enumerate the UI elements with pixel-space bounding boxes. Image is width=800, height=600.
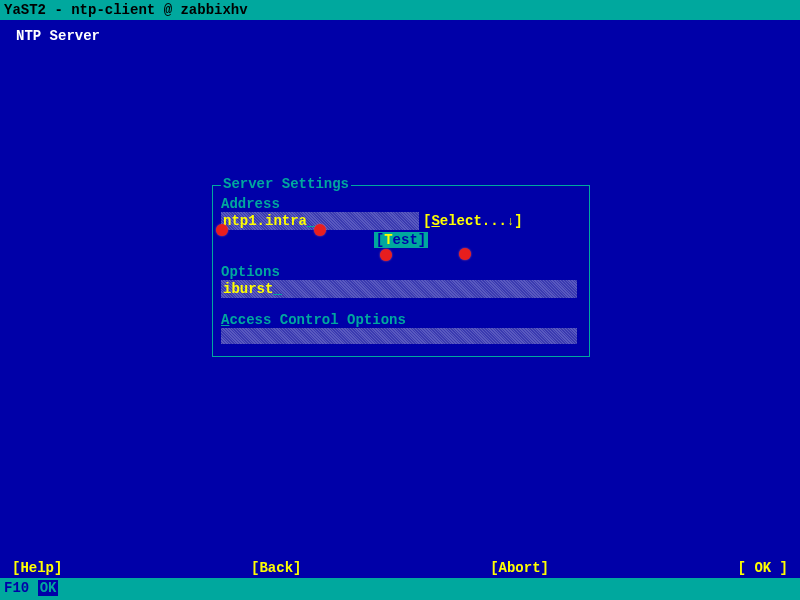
ok-button[interactable]: [ OK ]: [738, 558, 788, 578]
page-title: NTP Server: [0, 20, 800, 52]
bottom-button-bar: [Help] [Back] [Abort] [ OK ]: [0, 558, 800, 578]
options-input[interactable]: iburst_: [221, 280, 577, 298]
status-fkey: F10: [4, 580, 29, 596]
marker-dot-icon: [314, 224, 326, 236]
status-hint: OK: [38, 580, 59, 596]
window-title: YaST2 - ntp-client @ zabbixhv: [4, 2, 248, 18]
panel-legend: Server Settings: [221, 176, 351, 192]
marker-dot-icon: [380, 249, 392, 261]
address-label: Address: [221, 196, 581, 212]
marker-dot-icon: [459, 248, 471, 260]
statusbar: F10 OK: [0, 578, 800, 600]
back-button[interactable]: [Back]: [251, 558, 301, 578]
select-button[interactable]: [Select...↓]: [423, 213, 523, 229]
help-button[interactable]: [Help]: [12, 558, 62, 578]
abort-button[interactable]: [Abort]: [490, 558, 549, 578]
server-settings-panel: Server Settings Address ntp1.intra_ [Sel…: [212, 185, 590, 357]
options-label: Options: [221, 264, 581, 280]
access-control-options-input[interactable]: [221, 328, 577, 344]
chevron-down-icon: ↓: [507, 215, 514, 229]
access-control-options-label: Access Control Options: [221, 312, 581, 328]
marker-dot-icon: [216, 224, 228, 236]
window-titlebar: YaST2 - ntp-client @ zabbixhv: [0, 0, 800, 20]
main-area: NTP Server Server Settings Address ntp1.…: [0, 20, 800, 578]
test-button[interactable]: [Test]: [374, 232, 428, 248]
